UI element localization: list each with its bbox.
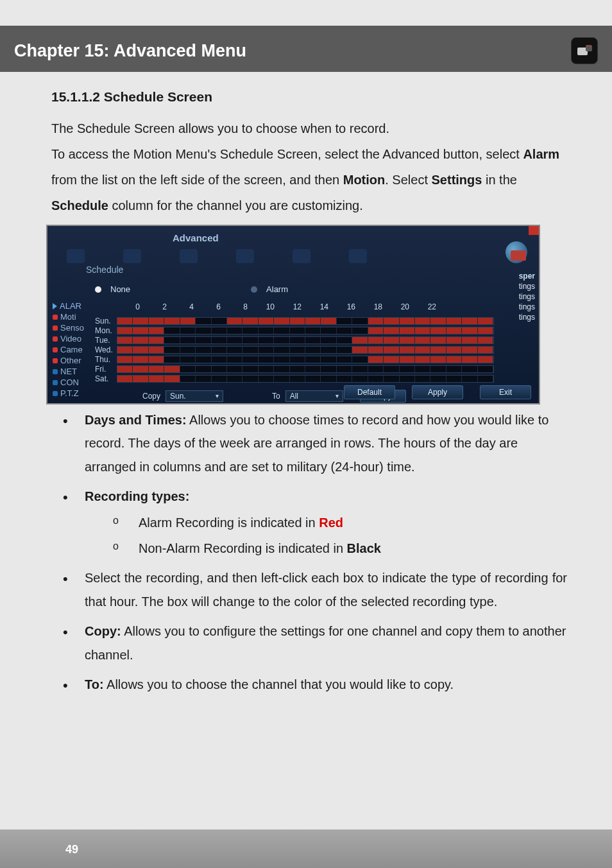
schedule-cell[interactable] [149,337,164,343]
schedule-cell[interactable] [196,318,211,324]
schedule-cell[interactable] [227,376,242,382]
schedule-cell[interactable] [242,347,258,353]
schedule-cell[interactable] [305,347,321,353]
hour-blocks[interactable] [117,346,494,354]
schedule-cell[interactable] [242,337,258,343]
schedule-cell[interactable] [164,376,180,382]
schedule-cell[interactable] [462,366,477,372]
hour-blocks[interactable] [117,327,494,334]
schedule-cell[interactable] [227,356,242,363]
schedule-cell[interactable] [274,376,289,382]
schedule-cell[interactable] [274,337,289,343]
schedule-cell[interactable] [430,347,446,353]
schedule-cell[interactable] [117,347,133,353]
schedule-cell[interactable] [117,356,133,363]
schedule-cell[interactable] [352,318,368,324]
schedule-cell[interactable] [384,318,399,324]
schedule-cell[interactable] [259,327,274,334]
schedule-cell[interactable] [274,366,289,372]
schedule-cell[interactable] [117,318,133,324]
schedule-cell[interactable] [149,376,164,382]
schedule-cell[interactable] [305,318,321,324]
schedule-cell[interactable] [337,347,352,353]
schedule-cell[interactable] [446,318,462,324]
schedule-cell[interactable] [446,327,462,334]
schedule-cell[interactable] [446,337,462,343]
schedule-cell[interactable] [462,337,477,343]
schedule-cell[interactable] [368,376,384,382]
schedule-cell[interactable] [164,366,180,372]
schedule-cell[interactable] [337,337,352,343]
schedule-cell[interactable] [227,327,242,334]
schedule-cell[interactable] [400,347,415,353]
schedule-cell[interactable] [164,356,180,363]
schedule-cell[interactable] [196,337,211,343]
schedule-cell[interactable] [430,318,446,324]
schedule-cell[interactable] [384,327,399,334]
schedule-cell[interactable] [180,337,196,343]
side-ptz[interactable]: P.T.Z [53,388,94,399]
schedule-cell[interactable] [196,327,211,334]
schedule-cell[interactable] [196,356,211,363]
schedule-cell[interactable] [415,327,430,334]
schedule-cell[interactable] [149,318,164,324]
schedule-cell[interactable] [259,347,274,353]
schedule-cell[interactable] [117,376,133,382]
schedule-cell[interactable] [446,376,462,382]
schedule-cell[interactable] [274,347,289,353]
schedule-cell[interactable] [227,318,242,324]
schedule-cell[interactable] [384,366,399,372]
schedule-cell[interactable] [368,327,384,334]
schedule-cell[interactable] [259,366,274,372]
schedule-cell[interactable] [478,337,493,343]
schedule-cell[interactable] [305,376,321,382]
schedule-cell[interactable] [462,356,477,363]
schedule-cell[interactable] [400,376,415,382]
schedule-cell[interactable] [415,337,430,343]
schedule-cell[interactable] [321,347,336,353]
schedule-cell[interactable] [321,376,336,382]
schedule-cell[interactable] [133,366,148,372]
schedule-cell[interactable] [384,347,399,353]
footer-default-button[interactable]: Default [344,385,395,399]
schedule-cell[interactable] [305,366,321,372]
schedule-cell[interactable] [242,356,258,363]
schedule-cell[interactable] [400,366,415,372]
schedule-cell[interactable] [478,376,493,382]
schedule-cell[interactable] [430,356,446,363]
schedule-cell[interactable] [259,337,274,343]
schedule-cell[interactable] [321,366,336,372]
schedule-cell[interactable] [462,376,477,382]
schedule-cell[interactable] [212,318,227,324]
schedule-cell[interactable] [368,337,384,343]
schedule-cell[interactable] [133,337,148,343]
schedule-cell[interactable] [180,356,196,363]
schedule-cell[interactable] [368,366,384,372]
schedule-cell[interactable] [227,366,242,372]
schedule-cell[interactable] [212,347,227,353]
schedule-cell[interactable] [430,327,446,334]
schedule-cell[interactable] [117,366,133,372]
schedule-cell[interactable] [117,337,133,343]
schedule-cell[interactable] [446,356,462,363]
schedule-cell[interactable] [212,366,227,372]
schedule-cell[interactable] [242,327,258,334]
schedule-cell[interactable] [133,347,148,353]
schedule-cell[interactable] [242,376,258,382]
side-net[interactable]: NET [53,366,94,377]
schedule-cell[interactable] [164,318,180,324]
side-con[interactable]: CON [53,377,94,388]
schedule-cell[interactable] [290,347,305,353]
schedule-cell[interactable] [337,356,352,363]
schedule-cell[interactable] [164,347,180,353]
schedule-cell[interactable] [337,366,352,372]
schedule-cell[interactable] [133,376,148,382]
schedule-cell[interactable] [400,327,415,334]
schedule-cell[interactable] [352,327,368,334]
schedule-cell[interactable] [321,318,336,324]
schedule-cell[interactable] [462,327,477,334]
schedule-cell[interactable] [415,366,430,372]
schedule-cell[interactable] [321,356,336,363]
schedule-cell[interactable] [149,327,164,334]
schedule-cell[interactable] [384,376,399,382]
